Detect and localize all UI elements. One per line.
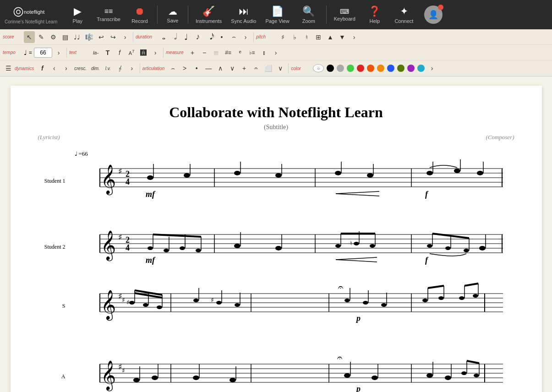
sync-audio-button[interactable]: ⏭ Sync Audio <box>227 2 260 27</box>
help-button[interactable]: ❓ Help <box>361 2 388 27</box>
accent-button[interactable]: > <box>179 62 190 74</box>
hairpin-decresc-button[interactable]: › <box>60 62 71 74</box>
tie-button[interactable]: ⌢ <box>228 31 239 43</box>
ped-button[interactable]: ∨ <box>275 62 286 74</box>
tempo-expand-button[interactable]: › <box>53 47 64 59</box>
fermata-button[interactable]: 𝄐 <box>251 62 262 74</box>
text-bold-button[interactable]: T <box>102 47 113 59</box>
hairpin-cresc-button[interactable]: ‹ <box>49 62 60 74</box>
color-red[interactable] <box>357 65 364 72</box>
measure-tool1[interactable]: 𝄙 <box>211 47 222 59</box>
cresc-text-button[interactable]: cresc. <box>72 62 88 74</box>
redo-button[interactable]: ↪ <box>108 31 119 43</box>
staccato-button[interactable]: • <box>191 62 202 74</box>
student1-staff[interactable]: 𝄞 ♯ 2 4 <box>70 159 514 202</box>
text-box-icon: 🅰 <box>140 49 147 56</box>
svg-point-72 <box>427 244 432 248</box>
measure-remove-button[interactable]: − <box>199 47 210 59</box>
lv-icon: l.v. <box>105 66 111 71</box>
connect-button[interactable]: ✦ Connect <box>390 2 418 27</box>
dynamics-expand-button[interactable]: › <box>126 62 137 74</box>
toolbar-area: score ↖ ✎ ⚙ ▤ ♩♩ 🎼 ↩ ↪ › duration <box>0 29 552 76</box>
trill-button[interactable]: 𝄞 <box>115 62 126 74</box>
instruments-button[interactable]: 🎸 Instruments <box>192 2 225 27</box>
eighth-note-button[interactable]: ♪ <box>192 31 203 43</box>
forte-button[interactable]: f <box>37 62 48 74</box>
settings-tool-button[interactable]: ⚙ <box>48 31 59 43</box>
color-expand-button[interactable]: › <box>426 62 437 74</box>
pitch-tool1[interactable]: ⊞ <box>313 31 324 43</box>
rect-button[interactable]: ⬜ <box>262 62 274 74</box>
part-tool-button[interactable]: ▤ <box>60 31 71 43</box>
slur-button[interactable]: ⌢ <box>167 62 178 74</box>
pitch-up-button[interactable]: ▲ <box>325 31 336 43</box>
menu-button[interactable]: ☰ <box>3 62 14 74</box>
measure-expand-button[interactable]: › <box>270 47 281 59</box>
barline-button[interactable]: ⫾ <box>258 47 269 59</box>
quarter-note-button[interactable]: ♩ <box>180 31 191 43</box>
keyboard-icon: ⌨ <box>340 8 349 15</box>
dot-button[interactable]: • <box>216 31 227 43</box>
pitch-icon-1: ⊞ <box>316 33 321 41</box>
marcato-button[interactable]: ∧ <box>215 62 226 74</box>
score-expand-button[interactable]: › <box>120 31 131 43</box>
pitch-down-button[interactable]: ▼ <box>337 31 348 43</box>
tenuto-button[interactable]: — <box>203 62 214 74</box>
svg-text:4: 4 <box>126 243 130 252</box>
user-avatar[interactable]: 👤 <box>424 5 443 24</box>
measure-add-button[interactable]: + <box>187 47 198 59</box>
half-note-button[interactable]: 𝅗𝅥 <box>169 31 180 43</box>
dim-text-button[interactable]: dim. <box>89 62 102 74</box>
color-purple[interactable] <box>407 65 415 72</box>
keyboard-button[interactable]: ⌨ Keyboard <box>330 2 359 27</box>
measure-tool2[interactable]: #≡ <box>223 47 234 59</box>
portato-button[interactable]: ∨ <box>227 62 238 74</box>
svg-point-33 <box>477 171 483 175</box>
key-sig-icon: ♭≡ <box>249 49 255 56</box>
student2-staff[interactable]: 𝄞 ♯ 2 4 <box>70 225 514 268</box>
color-cyan[interactable] <box>417 65 425 72</box>
tb-divider-6 <box>288 63 289 73</box>
whole-note-button[interactable]: 𝅝 <box>157 31 168 43</box>
sixteenth-note-button[interactable]: 𝅘𝅥𝅯 <box>204 31 215 43</box>
zoom-button[interactable]: 🔍 Zoom <box>295 2 322 27</box>
student1-music: 𝄞 ♯ 2 4 <box>70 159 514 201</box>
key-sig-button[interactable]: ♭≡ <box>246 47 257 59</box>
s-staff[interactable]: 𝄞 ♯ ♯ <box>70 282 514 330</box>
cursor-tool-button[interactable]: ✎ <box>36 31 47 43</box>
color-orange-red[interactable] <box>367 65 374 72</box>
color-gray[interactable] <box>337 65 344 72</box>
play-button[interactable]: ▶ Play <box>64 2 91 27</box>
color-orange[interactable] <box>377 65 384 72</box>
lv-button[interactable]: l.v. <box>103 62 114 74</box>
score-tool2[interactable]: ♩♩ <box>71 31 82 43</box>
select-tool-button[interactable]: ↖ <box>24 31 35 43</box>
text-box-button[interactable]: 🅰 <box>138 47 149 59</box>
artic-add-button[interactable]: + <box>239 62 250 74</box>
score-tool3[interactable]: 🎼 <box>83 31 95 43</box>
color-dark-green[interactable] <box>397 65 404 72</box>
undo-button[interactable]: ↩ <box>96 31 107 43</box>
pitch-expand-button[interactable]: › <box>349 31 360 43</box>
color-green[interactable] <box>347 65 354 72</box>
svg-point-159 <box>426 373 433 378</box>
color-blue[interactable] <box>387 65 394 72</box>
natural-button[interactable]: ♮ <box>301 31 312 43</box>
page-view-button[interactable]: 📄 Page View <box>262 2 293 27</box>
time-sig-button[interactable]: 𝄴 <box>235 47 246 59</box>
transcribe-button[interactable]: ≡≡ Transcribe <box>93 2 124 27</box>
a-staff[interactable]: 𝄞 ♯ ♯ <box>70 353 514 392</box>
text-italic-button[interactable]: f <box>114 47 125 59</box>
save-button[interactable]: ☁ Save <box>161 2 184 27</box>
color-black[interactable] <box>327 65 334 72</box>
tempo-input[interactable] <box>34 48 52 58</box>
lyrics-button[interactable]: la- <box>90 47 101 59</box>
eraser-tool[interactable]: ○ <box>313 64 324 72</box>
record-button[interactable]: ⏺ Record <box>126 2 153 27</box>
toolbar-row-1: score ↖ ✎ ⚙ ▤ ♩♩ 🎼 ↩ ↪ › duration <box>0 29 552 45</box>
flat-button[interactable]: ♭ <box>289 31 300 43</box>
duration-expand-button[interactable]: › <box>240 31 251 43</box>
text-super-button[interactable]: A7 <box>126 47 137 59</box>
text-expand-button[interactable]: › <box>150 47 161 59</box>
sharp-button[interactable]: ♯ <box>277 31 288 43</box>
